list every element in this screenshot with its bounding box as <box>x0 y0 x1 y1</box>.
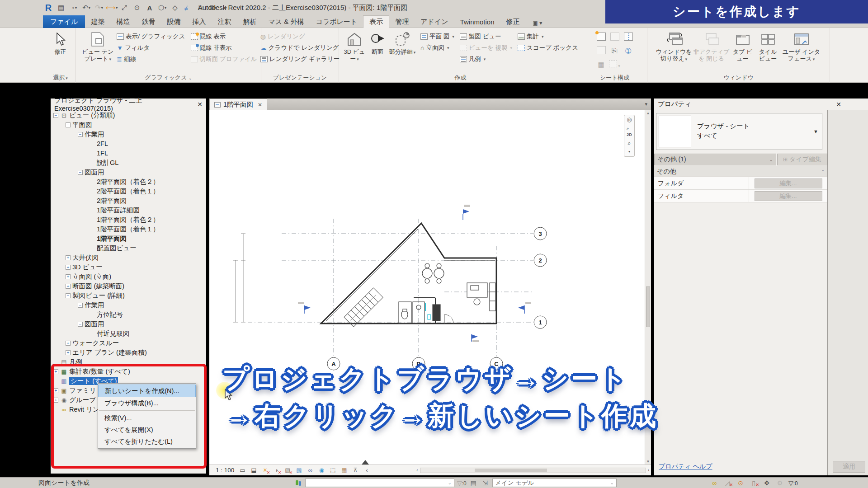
select-underlay-icon[interactable]: ◿✕ <box>723 479 732 487</box>
elevation-view-button[interactable]: ⌂立面図 <box>420 43 454 53</box>
horizontal-scrollbar[interactable]: ‹ › <box>416 465 651 475</box>
editing-requests-icon[interactable]: ▽:0 <box>457 479 466 487</box>
tree-item-9[interactable]: 2階平面図 <box>51 196 206 205</box>
tab-3[interactable]: 設備 <box>161 15 186 28</box>
selection-filter-icon[interactable]: ▽:0 <box>788 479 797 487</box>
view-template-button[interactable]: ビュー テンプレート <box>80 29 116 63</box>
temporary-view-properties-icon[interactable]: ⬚ <box>329 466 337 474</box>
tab-9[interactable]: 表示 <box>363 15 389 28</box>
tree-item-26[interactable]: ▤凡例 <box>51 357 206 366</box>
horizontal-scroll-thumb[interactable] <box>475 469 547 472</box>
collapse-box-icon[interactable]: − <box>66 122 71 127</box>
render-cloud-button[interactable]: ☁クラウドで レンダリング <box>260 43 340 53</box>
tree-item-5[interactable]: 設計GL <box>51 158 206 167</box>
scroll-up-icon[interactable]: ▲ <box>645 111 651 115</box>
collapse-box-icon[interactable]: − <box>78 322 83 327</box>
type-selector-dropdown-icon[interactable]: ▼ <box>813 129 818 134</box>
select-by-face-icon[interactable]: ▯✕ <box>749 479 758 487</box>
active-option-icon[interactable]: ⇲ <box>481 479 490 487</box>
tree-item-0[interactable]: −⊡ビュー (分類順) <box>51 110 206 120</box>
menu-item-3[interactable]: 検索(V)... <box>98 412 196 424</box>
view-list-dropdown-icon[interactable]: ▾ <box>641 99 651 110</box>
reveal-hidden-icon[interactable]: ◉ <box>317 466 326 474</box>
tab-0[interactable]: 建築 <box>85 15 110 28</box>
detail-level-icon[interactable]: ▭ <box>238 466 246 474</box>
remove-hidden-lines-button[interactable]: 隠線 非表示 <box>191 43 257 53</box>
vertical-scroll-thumb[interactable] <box>646 286 650 327</box>
tree-item-14[interactable]: 配置図ビュー <box>51 243 206 253</box>
collapse-box-icon[interactable]: − <box>78 170 83 175</box>
tree-item-24[interactable]: +ウォークスルー <box>51 338 206 347</box>
tab-2[interactable]: 鉄骨 <box>136 15 161 28</box>
edit-type-button[interactable]: ⊞ タイプ編集 <box>777 154 827 165</box>
callout-button[interactable]: 部分詳細 <box>389 29 416 56</box>
tree-item-8[interactable]: 2階平面図（着色１） <box>51 186 206 196</box>
tree-item-13[interactable]: 1階平面図 <box>51 234 206 243</box>
expand-box-icon[interactable]: + <box>53 369 58 374</box>
scroll-left-icon[interactable]: ‹ <box>416 468 418 473</box>
filter-button[interactable]: ▼フィルタ <box>117 43 185 53</box>
visual-style-icon[interactable]: ⬓ <box>250 466 258 474</box>
scope-box-button[interactable]: スコープ ボックス <box>518 43 578 53</box>
tree-item-11[interactable]: 1階平面図（着色２） <box>51 215 206 224</box>
collapse-box-icon[interactable]: − <box>78 132 83 137</box>
expand-box-icon[interactable]: + <box>53 388 58 393</box>
sheet-placeholder-button[interactable] <box>597 46 606 56</box>
plan-view-button[interactable]: 平面 図 <box>420 32 454 42</box>
tree-item-20[interactable]: −作業用 <box>51 300 206 310</box>
titleblock-button[interactable] <box>610 33 619 42</box>
tree-item-18[interactable]: +断面図 (建築断面) <box>51 281 206 291</box>
design-options-icon[interactable]: ▤ <box>469 479 478 487</box>
collapse-box-icon[interactable]: − <box>53 113 58 118</box>
revisions-button[interactable] <box>624 33 633 42</box>
tab-7[interactable]: マス & 外構 <box>262 15 310 28</box>
collapse-box-icon[interactable]: − <box>66 293 71 298</box>
tab-12[interactable]: Twinmotion <box>454 15 500 28</box>
select-pinned-icon[interactable]: ⊙ <box>736 479 745 487</box>
tab-1[interactable]: 構造 <box>110 15 136 28</box>
ribbon-display-toggle-icon[interactable]: ▣ ▾ <box>530 18 545 28</box>
zoom-2d-icon[interactable]: ⌕2D <box>627 125 632 138</box>
expand-box-icon[interactable]: + <box>66 350 71 355</box>
renumber-button[interactable]: ➀ <box>625 47 631 55</box>
show-hidden-lines-button[interactable]: 隠線 表示 <box>191 32 257 42</box>
type-selector[interactable]: ブラウザ - シート すべて ▼ <box>656 113 822 150</box>
tree-item-10[interactable]: 1階平面詳細図 <box>51 205 206 215</box>
expand-box-icon[interactable]: + <box>66 341 71 346</box>
new-sheet-button[interactable] <box>597 33 606 42</box>
3d-view-button[interactable]: 3D ビュー <box>343 29 366 63</box>
section-button[interactable]: 断面 <box>367 29 388 55</box>
tree-item-12[interactable]: 1階平面図（着色１） <box>51 224 206 234</box>
workset-combo[interactable]: ⌄ <box>305 479 454 487</box>
tree-item-23[interactable]: 付近見取図 <box>51 328 206 338</box>
tab-views-button[interactable]: タブ ビュー <box>731 29 755 62</box>
schedule-button[interactable]: 集計 <box>518 32 578 42</box>
menu-item-4[interactable]: すべてを展開(X) <box>98 424 196 436</box>
shadows-icon[interactable]: ◑✕ <box>272 466 280 474</box>
properties-header[interactable]: プロパティ ✕ <box>654 99 868 110</box>
expand-box-icon[interactable]: + <box>66 265 71 270</box>
crop-view-icon[interactable]: ▧✕ <box>283 466 292 474</box>
tree-item-27[interactable]: +▦集計表/数量 (すべて) <box>51 366 206 376</box>
tree-item-17[interactable]: +立面図 (立面) <box>51 272 206 281</box>
expand-box-icon[interactable]: + <box>66 274 71 279</box>
worksets-icon[interactable] <box>295 479 302 487</box>
drafting-view-button[interactable]: 製図 ビュー <box>460 32 512 42</box>
tab-4[interactable]: 挿入 <box>186 15 212 28</box>
project-browser-header[interactable]: プロジェクト ブラウザ - 二上Exercise0307(2015) ✕ <box>51 99 206 110</box>
navigation-wheel-icon[interactable]: ◎ <box>627 117 632 123</box>
edit-button[interactable]: 編集... <box>755 178 822 188</box>
tab-5[interactable]: 注釈 <box>212 15 237 28</box>
design-option-combo[interactable]: メイン モデル⌄ <box>492 479 617 487</box>
tree-item-15[interactable]: +天井伏図 <box>51 253 206 262</box>
navigation-bar[interactable]: ◎ ⌕2D ⌕ ▾ <box>624 115 635 157</box>
tab-8[interactable]: コラボレート <box>310 15 363 28</box>
tree-item-3[interactable]: 2FL <box>51 139 206 148</box>
guide-grid-button[interactable]: ▦ <box>598 61 604 69</box>
tree-item-21[interactable]: 方位記号 <box>51 310 206 319</box>
zoom-icon[interactable]: ⌕ <box>627 140 631 146</box>
project-browser-close-icon[interactable]: ✕ <box>197 101 203 108</box>
duplicate-view-button[interactable]: ビューを 複製 <box>460 43 512 53</box>
tree-item-19[interactable]: −製図ビュー (詳細) <box>51 291 206 300</box>
properties-section-header[interactable]: その他⌃ <box>654 166 827 177</box>
